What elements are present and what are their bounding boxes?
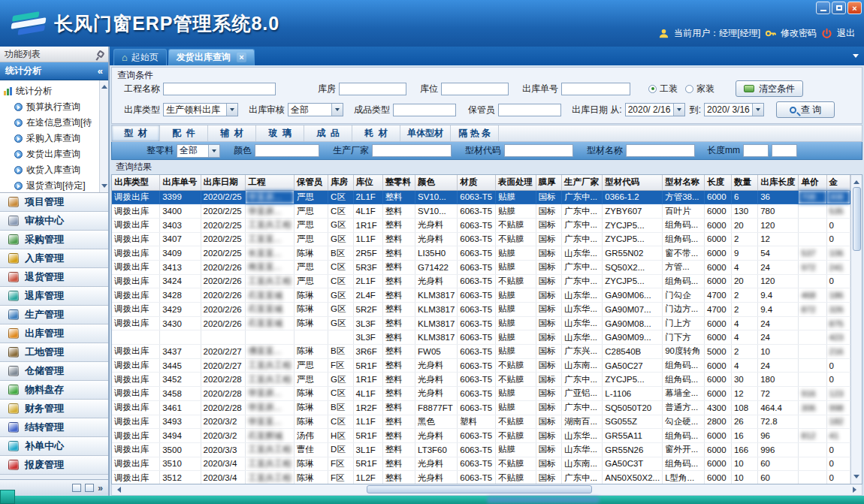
column-header[interactable]: 库位 [353,175,382,190]
sidebar-item-inbound[interactable]: 入库管理 [0,249,108,268]
table-row[interactable]: 调拨出库34132020/2/26南某某...严思C区5R3F整料G714226… [112,260,850,274]
scroll-up-button[interactable] [851,175,862,186]
column-header[interactable]: 型材名称 [663,175,705,190]
sidebar-item-finance[interactable]: 财务管理 [0,400,108,418]
radio-jiazhuang[interactable] [685,85,693,93]
column-header[interactable]: 颜色 [415,175,458,190]
sidebar-item-scrap[interactable]: 报废管理 [0,456,108,475]
sidebar-item-carryover[interactable]: 结转管理 [0,418,108,437]
column-header[interactable]: 库房 [328,175,354,190]
column-header[interactable]: 数量 [731,175,757,190]
table-row[interactable]: 调拨出库35002020/3/3工某共工程曹佳D区3L1F整料LT3F60606… [112,442,850,457]
chevrons-right-icon[interactable]: » [98,483,103,493]
menu-mode-icon[interactable] [85,484,94,492]
tree-item[interactable]: 发货出库查询 [4,146,98,162]
column-header[interactable]: 工程 [246,175,295,190]
material-tab-insulation-strip[interactable]: 隔 热 条 [451,125,499,141]
product-type-input[interactable] [393,104,456,116]
table-row[interactable]: 调拨出库34002020/2/25华某原...严思C区4L1F整料SV10...… [112,204,850,219]
collapse-icon[interactable]: « [98,65,103,77]
tree-item[interactable]: 在途信息查询[待 [4,115,98,131]
material-tab-profile[interactable]: 型 材 [112,125,160,141]
material-tab-consumable[interactable]: 耗 材 [352,125,400,141]
column-header[interactable]: 出库单号 [160,175,201,190]
audit-select[interactable]: 全部 [288,103,343,116]
date-to-picker[interactable]: 2020/ 3/16 [704,103,764,116]
material-tab-auxiliary[interactable]: 辅 材 [208,125,256,141]
manufacturer-input[interactable] [372,144,452,157]
material-tab-fitting[interactable]: 配 件 [160,125,208,141]
radio-gongzhuang[interactable] [648,85,657,93]
tree-root[interactable]: 统计分析 [4,83,98,99]
column-header[interactable]: 金 [826,175,850,190]
sidebar-item-site[interactable]: 工地管理 [0,343,108,362]
table-row[interactable]: 调拨出库35102020/3/4工某共工程陈琳F区5R1F整料光身料6063-T… [112,457,850,471]
table-row[interactable]: 调拨出库34032020/2/25工某共工程严思G区1R1F整料光身料6063-… [112,218,850,232]
date-from-picker[interactable]: 2020/ 2/16 [625,103,685,116]
tab-shipping-outbound-query[interactable]: 发货出库查询 × [168,49,255,65]
profile-code-input[interactable] [504,144,573,157]
maximize-button[interactable] [832,2,846,14]
table-row[interactable]: 调拨出库34302020/2/26石某某城陈琳G区3L3F整料KLM381760… [112,316,850,330]
profile-name-input[interactable] [626,144,695,157]
radio-gongzhuang-label[interactable]: 工装 [660,83,678,95]
tree-item[interactable]: 采购入库查询 [4,131,98,146]
radio-jiazhuang-label[interactable]: 家装 [696,83,714,95]
scroll-right-button[interactable] [850,484,862,496]
sidebar-item-return-warehouse[interactable]: 退库管理 [0,287,108,306]
table-row[interactable]: 调拨出库34452020/2/27工某共工程严思F区5R1F整料光身料6063-… [112,358,850,373]
tree-item[interactable]: 预算执行查询 [4,99,98,115]
tab-list-chevron-icon[interactable] [853,54,859,58]
table-row[interactable]: 调拨出库34522020/2/28工某共工程严思G区1R1F整料光身料6063-… [112,373,850,387]
vertical-scrollbar[interactable] [850,175,862,484]
material-tab-glass[interactable]: 玻 璃 [256,125,304,141]
table-row[interactable]: 3L3F整料KLM38176063-T5贴膜国标山东华...GA90M09...… [112,330,850,345]
table-row[interactable]: 调拨出库34242020/2/26工某共工程严思C区2L1F整料光身料6063-… [112,274,850,288]
tree-item[interactable]: 退货查询[待定] [4,178,98,193]
sidebar-item-purchase[interactable]: 采购管理 [0,231,108,249]
color-input[interactable] [255,144,319,157]
column-header[interactable]: 型材代码 [603,175,663,190]
column-header[interactable]: 长度 [705,175,732,190]
column-header[interactable]: 出库长度 [758,175,799,190]
sidebar-item-inventory[interactable]: 物料盘存 [0,381,108,400]
logout-link[interactable]: 退出 [837,27,855,40]
sidebar-item-production[interactable]: 生产管理 [0,306,108,324]
sidebar-item-audit-center[interactable]: 审核中心 [0,212,108,231]
warehouse-input[interactable] [339,83,406,95]
table-row[interactable]: 调拨出库33992020/2/25华某原...严思C区2L1F整料SV10...… [112,190,850,204]
column-header[interactable]: 表面处理 [496,175,536,190]
scroll-down-icon[interactable] [101,184,107,191]
column-header[interactable]: 单价 [799,175,826,190]
table-row[interactable]: 调拨出库34932020/3/2华某某...陈琳C区1L1F整料黑色塑料不贴膜国… [112,415,850,429]
column-header[interactable]: 出库类型 [112,175,160,190]
table-row[interactable]: 调拨出库34292020/2/26石某某城陈琳G区5R2F整料KLM381760… [112,303,850,317]
sidebar-item-return-goods[interactable]: 退货管理 [0,268,108,287]
table-row[interactable]: 调拨出库34942020/3/2石某辉城汤伟H区5R1F整料光身料6063-T5… [112,429,850,443]
tab-start-page[interactable]: ⌂ 起始页 [113,49,167,65]
horizontal-scrollbar[interactable] [111,484,862,496]
scroll-left-button[interactable] [112,484,123,496]
whole-scrap-select[interactable]: 全部 [177,144,220,158]
tree-item[interactable]: 收货入库查询 [4,162,98,178]
view-mode-icon[interactable] [72,484,81,492]
sidebar-item-supplement[interactable]: 补单中心 [0,437,108,456]
column-header[interactable]: 膜厚 [536,175,561,190]
column-header[interactable]: 材质 [458,175,496,190]
vertical-scroll-thumb[interactable] [853,187,861,251]
outbound-type-select[interactable]: 生产领料出库 [163,103,238,116]
table-row[interactable]: 调拨出库34582020/2/28华某原...陈琳C区4L1F整料光身料6063… [112,387,850,401]
change-password-link[interactable]: 修改密码 [781,27,817,40]
material-tab-single-profile[interactable]: 单体型材 [400,125,451,141]
table-row[interactable]: 调拨出库34282020/2/26石某某城陈琳G区2L4F整料KLM381760… [112,288,850,303]
pin-icon[interactable] [96,50,104,58]
material-tab-finished[interactable]: 成 品 [304,125,352,141]
order-no-input[interactable] [561,83,630,95]
scroll-down-button[interactable] [851,472,862,484]
table-row[interactable]: 调拨出库34612020/2/28华某原...陈琳B区1R2F整料F8877FT… [112,400,850,415]
length-min-input[interactable] [743,144,769,157]
sidebar-item-outbound[interactable]: 出库管理 [0,324,108,343]
close-button[interactable]: × [847,2,862,14]
column-header[interactable]: 整零料 [382,175,415,190]
scroll-up-icon[interactable] [101,82,107,89]
